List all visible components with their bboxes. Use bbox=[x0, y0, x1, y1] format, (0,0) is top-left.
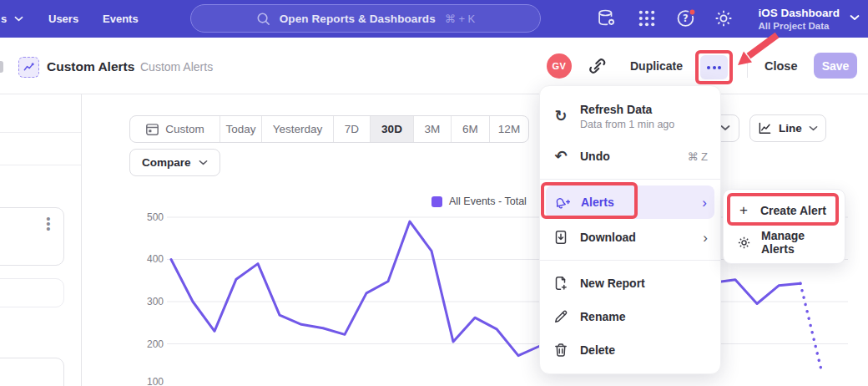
menu-item-delete[interactable]: Delete bbox=[540, 333, 720, 367]
breadcrumb[interactable]: Custom Alerts bbox=[140, 60, 213, 74]
submenu-item-manage-alerts[interactable]: Manage Alerts bbox=[724, 226, 845, 258]
undo-label: Undo bbox=[580, 150, 610, 163]
sidebar-divider bbox=[0, 165, 82, 165]
search-shortcut: ⌘ + K bbox=[445, 13, 476, 25]
kebab-menu-icon[interactable]: ••• bbox=[43, 215, 53, 230]
help-icon[interactable]: ? bbox=[676, 8, 696, 28]
query-card[interactable] bbox=[0, 207, 64, 266]
chevron-right-icon: › bbox=[703, 231, 708, 245]
global-search-input[interactable]: Open Reports & Dashboards ⌘ + K bbox=[190, 4, 541, 33]
legend-label: All Events - Total bbox=[449, 196, 527, 207]
project-title: iOS Dashboard bbox=[758, 7, 840, 20]
more-options-button[interactable] bbox=[700, 55, 728, 79]
y-axis-tick: 100 bbox=[134, 376, 164, 386]
chart-line-dotted bbox=[800, 283, 822, 373]
y-axis-tick: 400 bbox=[134, 253, 164, 265]
nav-item-clipped-label: s bbox=[1, 13, 7, 25]
compare-button[interactable]: Compare bbox=[129, 149, 220, 176]
apps-grid-icon[interactable] bbox=[637, 8, 657, 28]
search-placeholder: Open Reports & Dashboards bbox=[280, 13, 436, 25]
clipped-icon bbox=[0, 61, 3, 73]
menu-item-download[interactable]: Download › bbox=[540, 221, 720, 254]
query-card[interactable] bbox=[0, 358, 64, 386]
refresh-subtitle: Data from 1 min ago bbox=[580, 119, 674, 130]
close-button[interactable]: Close bbox=[765, 59, 798, 73]
chart-legend[interactable]: All Events - Total bbox=[431, 196, 527, 207]
legend-swatch bbox=[431, 196, 442, 207]
save-button[interactable]: Save bbox=[814, 53, 857, 79]
undo-icon: ↶ bbox=[553, 148, 569, 165]
menu-item-rename[interactable]: Rename bbox=[540, 300, 720, 333]
notification-dot bbox=[689, 9, 695, 15]
more-options-menu: ↻ Refresh Data Data from 1 min ago ↶ Und… bbox=[539, 85, 721, 374]
date-range-12m[interactable]: 12M bbox=[490, 116, 528, 142]
file-plus-icon bbox=[553, 275, 569, 292]
date-range-yesterday[interactable]: Yesterday bbox=[262, 116, 334, 142]
undo-shortcut: ⌘ Z bbox=[687, 150, 708, 163]
menu-divider bbox=[540, 179, 720, 180]
menu-item-undo[interactable]: ↶ Undo ⌘ Z bbox=[540, 140, 720, 173]
svg-text:?: ? bbox=[683, 13, 689, 24]
duplicate-button[interactable]: Duplicate bbox=[630, 59, 683, 73]
plus-icon: + bbox=[737, 202, 750, 219]
date-range-selector: Custom Today Yesterday 7D 30D 3M 6M 12M bbox=[129, 115, 529, 143]
menu-divider bbox=[540, 260, 720, 261]
chevron-down-icon bbox=[850, 14, 860, 22]
report-chart-icon[interactable] bbox=[18, 57, 39, 78]
submenu-item-create-alert[interactable]: + Create Alert bbox=[724, 195, 845, 226]
rename-label: Rename bbox=[580, 310, 625, 323]
settings-gear-icon[interactable] bbox=[714, 8, 734, 28]
chart-type-button[interactable]: Line bbox=[749, 114, 826, 142]
top-navbar: s Users Events Open Reports & Dashboards… bbox=[0, 0, 868, 38]
delete-label: Delete bbox=[580, 343, 615, 357]
query-builder-sidebar: ••• bbox=[0, 94, 82, 386]
avatar[interactable]: GV bbox=[547, 53, 572, 79]
nav-item-clipped[interactable]: s bbox=[1, 0, 23, 38]
share-link-icon[interactable] bbox=[588, 57, 607, 75]
menu-item-new-report[interactable]: New Report bbox=[540, 267, 720, 300]
pencil-icon bbox=[553, 308, 569, 325]
date-range-today[interactable]: Today bbox=[220, 116, 262, 142]
y-axis-tick: 200 bbox=[134, 338, 164, 350]
date-range-label: Custom bbox=[165, 123, 204, 135]
sidebar-divider bbox=[0, 132, 82, 133]
menu-item-alerts[interactable]: Alerts › bbox=[546, 185, 714, 219]
refresh-icon: ↻ bbox=[553, 108, 569, 124]
manage-alerts-label: Manage Alerts bbox=[761, 229, 831, 256]
report-header: Custom Alerts Custom Alerts GV Duplicate… bbox=[0, 38, 868, 94]
nav-item-events[interactable]: Events bbox=[103, 0, 139, 38]
download-label: Download bbox=[580, 231, 636, 244]
chevron-right-icon: › bbox=[702, 196, 707, 210]
data-management-icon[interactable] bbox=[597, 8, 617, 28]
chevron-down-icon bbox=[720, 124, 730, 132]
gear-icon bbox=[737, 236, 751, 250]
download-icon bbox=[553, 229, 569, 246]
line-chart-icon bbox=[758, 121, 772, 135]
create-alert-label: Create Alert bbox=[760, 204, 826, 217]
chevron-down-icon bbox=[14, 16, 23, 23]
page-title: Custom Alerts bbox=[47, 59, 134, 74]
date-range-3m[interactable]: 3M bbox=[414, 116, 452, 142]
trash-icon bbox=[553, 342, 569, 358]
nav-item-users[interactable]: Users bbox=[48, 0, 78, 38]
date-range-6m[interactable]: 6M bbox=[452, 116, 490, 142]
chart-type-label: Line bbox=[779, 122, 802, 135]
alerts-submenu: + Create Alert Manage Alerts bbox=[723, 189, 845, 264]
date-range-custom[interactable]: Custom bbox=[130, 116, 220, 142]
header-divider bbox=[747, 54, 748, 78]
menu-item-refresh-data[interactable]: ↻ Refresh Data Data from 1 min ago bbox=[540, 93, 720, 140]
date-range-7d[interactable]: 7D bbox=[334, 116, 371, 142]
y-axis-tick: 500 bbox=[134, 211, 164, 223]
y-axis-tick: 300 bbox=[134, 296, 164, 307]
alerts-label: Alerts bbox=[581, 196, 614, 209]
chevron-down-icon bbox=[199, 160, 208, 166]
new-report-label: New Report bbox=[580, 277, 645, 290]
compare-label: Compare bbox=[142, 156, 191, 169]
project-subtitle: All Project Data bbox=[758, 20, 829, 32]
date-range-30d[interactable]: 30D bbox=[371, 116, 414, 142]
search-icon bbox=[256, 12, 270, 26]
query-card[interactable] bbox=[0, 278, 64, 307]
project-selector[interactable]: iOS Dashboard All Project Data bbox=[758, 4, 840, 34]
chevron-down-icon bbox=[809, 125, 818, 132]
bell-plus-icon bbox=[553, 194, 570, 211]
